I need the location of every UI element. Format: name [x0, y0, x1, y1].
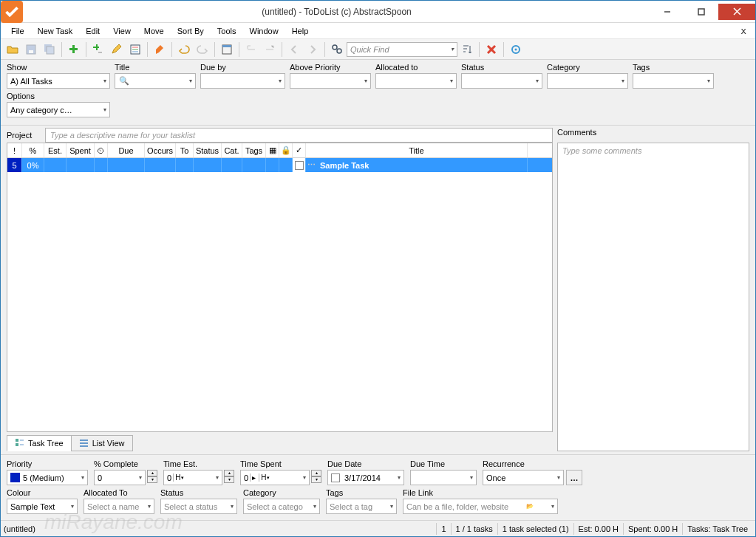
cell[interactable]: [242, 158, 266, 172]
maximize-view-button[interactable]: [218, 41, 236, 58]
field-colour[interactable]: Sample Text▾: [7, 499, 78, 514]
field-recurrence[interactable]: Once▾: [483, 470, 564, 485]
cell[interactable]: 5: [7, 158, 22, 172]
cell[interactable]: [266, 158, 279, 172]
field-label-due-time: Due Time: [410, 459, 477, 468]
next-button[interactable]: [304, 41, 321, 58]
column-header[interactable]: Spent: [67, 143, 95, 157]
sort-button[interactable]: [458, 41, 476, 58]
field-label-%-complete: % Complete: [94, 459, 157, 468]
expand-button[interactable]: [242, 41, 260, 58]
menu-window[interactable]: Window: [244, 25, 285, 37]
cell[interactable]: [222, 158, 242, 172]
column-header[interactable]: ✓: [293, 143, 306, 157]
field-tags[interactable]: Select a tag▾: [326, 499, 397, 514]
column-header[interactable]: Due: [108, 143, 145, 157]
filter-above-priority[interactable]: ▾: [290, 73, 371, 89]
task-fields-panel: Priority5 (Medium)▾% Complete0▾▴▾Time Es…: [1, 454, 755, 520]
field-due-time[interactable]: ▾: [410, 470, 477, 485]
menu-new-task[interactable]: New Task: [32, 25, 78, 37]
svg-point-19: [333, 45, 337, 49]
comments-input[interactable]: Type some comments: [557, 143, 749, 451]
new-task-button[interactable]: [65, 41, 83, 58]
spinner[interactable]: ▴▾: [147, 470, 157, 485]
filter-allocated-to[interactable]: ▾: [375, 73, 457, 89]
menu-file[interactable]: File: [5, 25, 30, 37]
spinner[interactable]: ▴▾: [311, 470, 321, 485]
menu-sort-by[interactable]: Sort By: [171, 25, 210, 37]
menu-edit[interactable]: Edit: [80, 25, 106, 37]
field-%-complete[interactable]: 0▾: [94, 470, 146, 485]
menu-close-icon[interactable]: x: [736, 25, 751, 36]
quickfind-input[interactable]: Quick Find▾: [347, 42, 457, 57]
tab-task-tree[interactable]: Task Tree: [7, 435, 72, 451]
column-header[interactable]: ▦: [266, 143, 279, 157]
save-button[interactable]: [22, 41, 40, 58]
collapse-button[interactable]: [261, 41, 279, 58]
close-button[interactable]: [718, 4, 755, 20]
cell[interactable]: [67, 158, 95, 172]
options-select[interactable]: Any category c…▾: [7, 102, 110, 117]
filter-tags[interactable]: ▾: [633, 73, 714, 89]
cell[interactable]: [145, 158, 176, 172]
field-allocated-to[interactable]: Select a name▾: [84, 499, 154, 514]
field-time-spent[interactable]: 0▸H▾▾: [240, 470, 310, 485]
column-header[interactable]: ⏲: [95, 143, 108, 157]
maximize-button[interactable]: [684, 4, 718, 20]
delete-button[interactable]: [483, 41, 500, 58]
window-title: (untitled) - ToDoList (c) AbstractSpoon: [23, 7, 650, 17]
properties-button[interactable]: [126, 41, 144, 58]
column-header[interactable]: !: [7, 143, 22, 157]
column-header[interactable]: Title: [306, 143, 528, 157]
column-header[interactable]: Tags: [242, 143, 266, 157]
cell[interactable]: [44, 158, 67, 172]
column-header[interactable]: %: [22, 143, 44, 157]
menu-tools[interactable]: Tools: [211, 25, 242, 37]
tab-list-view[interactable]: List View: [71, 435, 133, 451]
redo-button[interactable]: [194, 41, 211, 58]
saveall-button[interactable]: [41, 41, 58, 58]
recurrence-edit-button[interactable]: …: [566, 470, 582, 485]
column-header[interactable]: 🔒: [279, 143, 293, 157]
column-header[interactable]: Status: [194, 143, 222, 157]
find-button[interactable]: [328, 41, 346, 58]
field-time-est.[interactable]: 0H▾▾: [163, 470, 222, 485]
cell[interactable]: 0%: [22, 158, 44, 172]
field-file-link[interactable]: Can be a file, folder, website📂▾: [403, 499, 558, 514]
spinner[interactable]: ▴▾: [224, 470, 234, 485]
column-header[interactable]: Cat.: [222, 143, 242, 157]
cell[interactable]: [279, 158, 293, 172]
cell[interactable]: [108, 158, 145, 172]
filter-show[interactable]: A) All Tasks▾: [7, 73, 110, 89]
settings-button[interactable]: [507, 41, 525, 58]
filter-category[interactable]: ▾: [547, 73, 628, 89]
field-status[interactable]: Select a status▾: [160, 499, 237, 514]
table-row[interactable]: 50%⋯Sample Task: [7, 158, 552, 172]
cell[interactable]: ⋯Sample Task: [306, 158, 528, 172]
menu-move[interactable]: Move: [138, 25, 170, 37]
clear-button[interactable]: [151, 41, 168, 58]
project-input[interactable]: Type a descriptive name for your tasklis…: [45, 128, 553, 143]
undo-button[interactable]: [175, 41, 193, 58]
menu-help[interactable]: Help: [286, 25, 315, 37]
column-header[interactable]: To: [176, 143, 194, 157]
cell[interactable]: [95, 158, 108, 172]
column-header[interactable]: Occurs: [145, 143, 176, 157]
field-priority[interactable]: 5 (Medium)▾: [7, 470, 88, 485]
edit-button[interactable]: [108, 41, 126, 58]
column-header[interactable]: Est.: [44, 143, 67, 157]
cell[interactable]: [194, 158, 222, 172]
filter-due-by[interactable]: ▾: [200, 73, 285, 89]
minimize-button[interactable]: [650, 4, 684, 20]
field-category[interactable]: Select a catego▾: [243, 499, 320, 514]
task-grid[interactable]: !%Est.Spent⏲DueOccursToStatusCat.Tags▦🔒✓…: [7, 143, 553, 432]
new-subtask-button[interactable]: [89, 41, 107, 58]
cell[interactable]: [293, 158, 306, 172]
cell[interactable]: [176, 158, 194, 172]
open-button[interactable]: [4, 41, 21, 58]
menu-view[interactable]: View: [107, 25, 137, 37]
prev-button[interactable]: [285, 41, 303, 58]
filter-status[interactable]: ▾: [461, 73, 542, 89]
filter-title[interactable]: 🔍▾: [115, 73, 196, 89]
field-due-date[interactable]: 3/17/2014▾: [327, 470, 404, 485]
